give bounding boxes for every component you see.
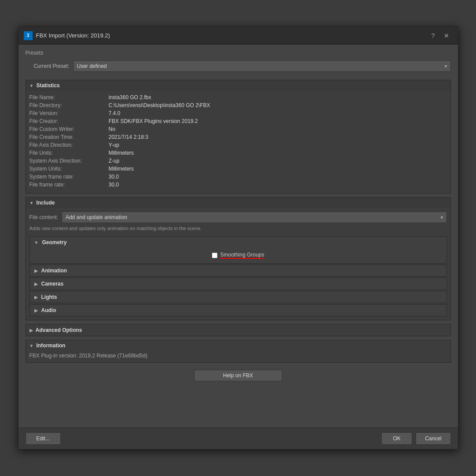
include-description: Adds new content and updates only animat… — [26, 225, 450, 234]
lights-arrow: ▶ — [34, 295, 38, 300]
statistics-section: ▼ Statistics File Name: insta360 GO 2.fb… — [26, 80, 451, 193]
geometry-content: Smoothing Groups — [30, 248, 446, 263]
dialog-title: FBX Import (Version: 2019.2) — [36, 32, 426, 39]
help-title-btn[interactable]: ? — [427, 30, 439, 42]
lights-header[interactable]: ▶ Lights — [30, 291, 446, 303]
audio-header[interactable]: ▶ Audio — [30, 305, 446, 316]
title-bar: 3 FBX Import (Version: 2019.2) ? ✕ — [18, 27, 458, 45]
include-arrow: ▼ — [30, 201, 34, 205]
animation-title: Animation — [41, 268, 67, 274]
table-row: File content: 106 Elements 22 Materials … — [30, 189, 447, 190]
close-title-btn[interactable]: ✕ — [440, 30, 453, 42]
cameras-arrow: ▶ — [34, 282, 38, 286]
dialog-content: Presets Current Preset: User defined ▼ ▼… — [18, 45, 458, 428]
presets-section: Presets Current Preset: User defined ▼ — [26, 50, 451, 74]
geometry-arrow: ▼ — [34, 240, 39, 245]
preset-select-wrapper[interactable]: User defined ▼ — [73, 60, 451, 72]
audio-section: ▶ Audio — [30, 304, 447, 316]
statistics-header[interactable]: ▼ Statistics — [26, 80, 450, 91]
lights-section: ▶ Lights — [30, 291, 447, 303]
table-row: System Axis Direction: Z-up — [30, 157, 447, 165]
edit-button[interactable]: Edit... — [26, 432, 61, 445]
statistics-arrow: ▼ — [30, 83, 34, 88]
geometry-header[interactable]: ▼ Geometry — [30, 237, 446, 248]
statistics-content: File Name: insta360 GO 2.fbx File Direct… — [26, 91, 450, 193]
table-row: File Directory: C:\Users\rensi\Desktop\i… — [30, 101, 447, 109]
advanced-options-title: Advanced Options — [36, 327, 82, 333]
table-row: System frame rate: 30,0 — [30, 173, 447, 181]
information-content: FBX Plug-in version: 2019.2 Release (71e… — [26, 351, 450, 362]
dialog-footer: Edit... OK Cancel — [18, 428, 458, 449]
information-arrow: ▼ — [30, 343, 34, 348]
ok-button[interactable]: OK — [381, 432, 412, 445]
cameras-title: Cameras — [41, 281, 64, 287]
table-row: File Creation Time: 2021/7/14 2:18:3 — [30, 133, 447, 141]
statistics-scroll[interactable]: File Name: insta360 GO 2.fbx File Direct… — [30, 93, 447, 190]
include-header[interactable]: ▼ Include — [26, 197, 450, 208]
statistics-title: Statistics — [36, 82, 59, 89]
audio-arrow: ▶ — [34, 308, 38, 313]
table-row: File Axis Direction: Y-up — [30, 141, 447, 149]
help-btn-row: Help on FBX — [26, 366, 451, 385]
include-content: File content: Add and update animation ▼… — [26, 208, 450, 320]
presets-label: Presets — [26, 50, 451, 56]
file-content-select[interactable]: Add and update animation — [62, 212, 447, 223]
smoothing-groups-checkbox[interactable] — [212, 253, 218, 258]
geometry-section: ▼ Geometry Smoothing Groups — [30, 236, 447, 264]
information-title: Information — [36, 342, 65, 349]
animation-header[interactable]: ▶ Animation — [30, 265, 446, 276]
file-content-row: File content: Add and update animation ▼ — [26, 208, 450, 225]
table-row: File Custom Writer: No — [30, 125, 447, 133]
table-row: File Creator: FBX SDK/FBX Plugins versio… — [30, 117, 447, 125]
cancel-button[interactable]: Cancel — [416, 432, 450, 445]
animation-arrow: ▶ — [34, 268, 38, 273]
smoothing-groups-label: Smoothing Groups — [220, 252, 264, 259]
table-row: File Version: 7.4.0 — [30, 109, 447, 117]
current-preset-label: Current Preset: — [26, 63, 70, 69]
preset-select[interactable]: User defined — [73, 60, 451, 72]
help-fbx-button[interactable]: Help on FBX — [194, 370, 282, 381]
app-icon: 3 — [24, 31, 33, 40]
footer-right: OK Cancel — [381, 432, 450, 445]
geometry-title: Geometry — [42, 239, 66, 245]
smoothing-groups-row: Smoothing Groups — [35, 252, 441, 259]
advanced-options-header[interactable]: ▶ Advanced Options — [26, 324, 450, 336]
cameras-header[interactable]: ▶ Cameras — [30, 278, 446, 290]
advanced-arrow: ▶ — [30, 328, 33, 333]
include-section: ▼ Include File content: Add and update a… — [26, 197, 451, 320]
file-content-label: File content: — [30, 214, 58, 220]
table-row: File Name: insta360 GO 2.fbx — [30, 93, 447, 101]
table-row: File frame rate: 30,0 — [30, 181, 447, 189]
information-header[interactable]: ▼ Information — [26, 340, 450, 351]
stats-table: File Name: insta360 GO 2.fbx File Direct… — [30, 93, 447, 190]
smoothing-groups-text: Smoothing Groups — [220, 252, 264, 259]
information-section: ▼ Information FBX Plug-in version: 2019.… — [26, 340, 451, 363]
lights-title: Lights — [41, 294, 57, 300]
table-row: System Units: Millimeters — [30, 165, 447, 173]
resize-corner[interactable]: ⋱ — [452, 443, 457, 448]
cameras-section: ▶ Cameras — [30, 278, 447, 290]
include-title: Include — [36, 200, 55, 206]
file-content-select-wrapper[interactable]: Add and update animation ▼ — [62, 212, 447, 223]
footer-left: Edit... — [26, 432, 382, 445]
presets-row: Current Preset: User defined ▼ — [26, 58, 451, 74]
table-row: File Units: Millimeters — [30, 149, 447, 157]
animation-section: ▶ Animation — [30, 264, 447, 277]
audio-title: Audio — [41, 307, 56, 313]
sub-sections: ▼ Geometry Smoothing Groups — [26, 234, 450, 320]
advanced-options-section: ▶ Advanced Options — [26, 324, 451, 336]
